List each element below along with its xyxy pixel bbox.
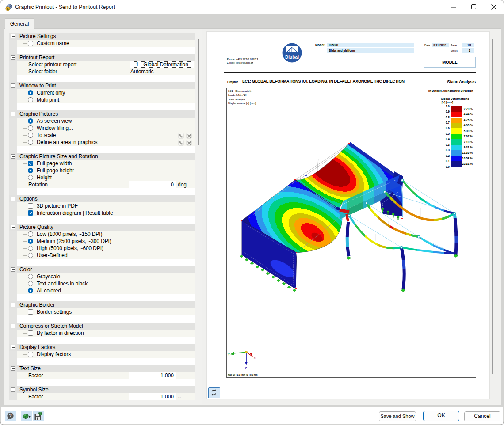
svg-text:Z: Z xyxy=(245,366,247,370)
svg-text:X: X xyxy=(253,356,256,360)
svg-text:?: ? xyxy=(9,413,12,418)
svg-text:Dlubal: Dlubal xyxy=(285,55,299,60)
svg-text:Y: Y xyxy=(228,353,230,357)
svg-text:6: 6 xyxy=(7,7,9,11)
